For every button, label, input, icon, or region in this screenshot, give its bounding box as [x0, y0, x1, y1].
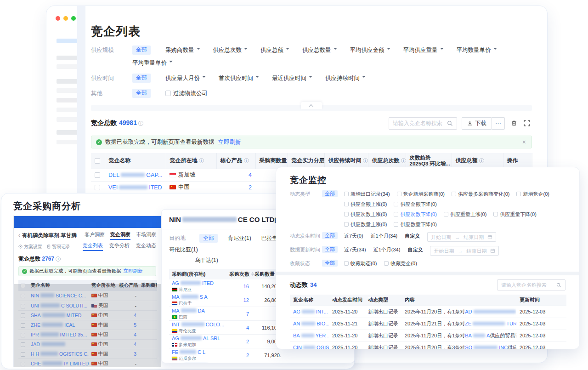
table-row[interactable]: NINSCIENCE C...中国- — [18, 291, 157, 301]
filter-dropdown[interactable]: 最近供应时间 — [272, 74, 312, 83]
select-all-checkbox[interactable] — [21, 284, 25, 288]
row-checkbox[interactable] — [21, 313, 25, 318]
filter-dropdown[interactable]: 平均供应金额 — [350, 46, 390, 55]
core-product-count[interactable]: 4 — [249, 172, 252, 178]
type-checkbox-active[interactable]: 供应次数下降(0) — [394, 211, 436, 218]
subtab-competitor-list[interactable]: 竞企列表 — [83, 242, 103, 251]
type-checkbox[interactable]: 供应金额下降(0) — [394, 200, 436, 208]
checkbox-icon[interactable] — [394, 212, 398, 216]
dest-option[interactable]: 哥伦比亚(1) — [169, 246, 198, 254]
filter-dropdown[interactable]: 供应总次数 — [213, 46, 248, 55]
select-all-checkbox[interactable] — [95, 158, 100, 164]
purchase-times[interactable]: 12 — [243, 297, 249, 303]
filter-all-chip[interactable]: 全部 — [322, 246, 338, 253]
table-row[interactable]: AGINT... 2025-11-20 新增出口记录 2025年11月20日，有… — [290, 306, 566, 318]
type-checkbox[interactable]: 供应重量下降(0) — [493, 211, 536, 218]
filter-dropdown[interactable]: 采购商数量 — [165, 46, 200, 55]
row-checkbox[interactable] — [21, 294, 25, 298]
sort-icon[interactable] — [251, 272, 254, 276]
filter-dropdown[interactable]: 供应最大月份 — [165, 74, 206, 83]
row-checkbox[interactable] — [21, 352, 25, 357]
core-product-count[interactable]: 3 — [134, 351, 136, 357]
core-product-count[interactable]: 5 — [134, 322, 136, 328]
checkbox-icon[interactable] — [344, 202, 349, 206]
table-row[interactable]: JAD中国4 — [18, 339, 157, 349]
start-date-placeholder[interactable]: 开始日期 — [434, 247, 454, 255]
table-row[interactable]: SHAMITED中国4 — [18, 310, 157, 320]
breadcrumb[interactable]: ‹有机磷类除草剂-草甘膦 — [18, 232, 77, 239]
company-name-link[interactable]: AGINT... — [293, 309, 328, 314]
fav-checkbox[interactable]: 收藏竞企(0) — [384, 260, 417, 267]
checkbox-icon[interactable] — [394, 202, 398, 206]
type-checkbox[interactable]: 供应数量下降(0) — [394, 221, 436, 228]
table-row[interactable]: NSAS LI...乌干达 2 18,648.00 18,648.00 61,4… — [169, 362, 348, 364]
fav-checkbox[interactable]: 收藏动态(0) — [344, 260, 377, 267]
type-checkbox[interactable]: 供应数量上涨(0) — [344, 221, 387, 228]
company-search[interactable] — [497, 279, 565, 290]
buyer-name-link[interactable]: FEC L — [172, 349, 224, 355]
end-date-placeholder[interactable]: 结束日期 — [466, 247, 486, 255]
row-checkbox[interactable] — [21, 333, 25, 337]
time-option[interactable]: 近7天(34) — [344, 246, 366, 253]
filter-dropdown[interactable]: 供应持续时间 — [325, 74, 366, 83]
time-option-custom[interactable]: 自定义 — [407, 246, 423, 253]
col-header[interactable]: 采购商数量 — [255, 153, 288, 169]
checkbox-icon[interactable] — [165, 91, 171, 96]
company-name-link[interactable]: NINSCIENCE C... — [31, 293, 86, 298]
filter-all-chip[interactable]: 全部 — [132, 46, 151, 55]
checkbox-icon[interactable] — [344, 222, 349, 227]
checkbox-icon[interactable] — [444, 212, 448, 216]
filter-dropdown[interactable]: 供应总数量 — [302, 46, 337, 55]
subtab-competitor-dynamics[interactable]: 竞企动态 — [136, 242, 156, 251]
calendar-icon[interactable] — [490, 248, 495, 253]
plan-settings-link[interactable]: 方案设置 — [18, 244, 42, 250]
company-name-link[interactable]: UNIC SOLUTI... — [31, 303, 87, 308]
end-date-placeholder[interactable]: 结束日期 — [464, 233, 484, 241]
download-button[interactable]: 下载 — [462, 117, 492, 130]
date-range-input[interactable]: 开始日期 → 结束日期 — [430, 246, 499, 256]
col-header[interactable]: 竞企实力分层 — [288, 153, 324, 169]
tab-market-insight[interactable]: 市场洞察 — [136, 231, 156, 240]
company-search[interactable] — [389, 117, 457, 130]
purchase-times[interactable]: 16 — [243, 284, 249, 289]
company-name-link[interactable]: SHAMITED — [31, 313, 81, 318]
filter-all-chip[interactable]: 全部 — [322, 232, 338, 239]
purchase-times[interactable]: 2 — [246, 353, 249, 358]
checkbox-icon[interactable] — [384, 261, 389, 266]
time-option[interactable]: 近1个月(34) — [371, 232, 398, 239]
time-option[interactable]: 近7天(0) — [344, 232, 363, 239]
subtab-competition-analysis[interactable]: 竞争分析 — [109, 242, 130, 251]
row-checkbox[interactable] — [21, 323, 25, 328]
date-range-input[interactable]: 开始日期 → 结束日期 — [427, 232, 496, 242]
search-icon[interactable] — [447, 120, 453, 126]
core-product-count[interactable]: 4 — [134, 342, 136, 347]
company-name-link[interactable]: ANBIO... — [293, 321, 329, 326]
time-option-custom[interactable]: 自定义 — [405, 232, 420, 239]
company-name-link[interactable]: DELGAP... — [108, 172, 163, 178]
filter-all-chip[interactable]: 全部 — [132, 74, 151, 83]
purchase-times[interactable]: 2 — [246, 339, 249, 344]
company-name-link[interactable]: BAYER ... — [293, 333, 329, 338]
more-actions-button[interactable]: ⋯ — [492, 117, 505, 130]
dest-option[interactable]: 乌干达(1) — [195, 257, 218, 263]
col-header[interactable]: 供应总额 — [452, 153, 503, 169]
filter-logistics-checkbox[interactable]: 过滤物流公司 — [165, 89, 208, 98]
delete-button[interactable] — [509, 118, 519, 128]
filter-all-chip[interactable]: 全部 — [322, 260, 338, 267]
close-icon[interactable]: × — [522, 138, 526, 146]
row-checkbox[interactable] — [21, 304, 25, 308]
company-name-link[interactable]: ZHEICAL — [31, 322, 75, 328]
buyer-name-link[interactable]: MAS A — [172, 294, 224, 300]
row-checkbox[interactable] — [21, 342, 25, 347]
table-row[interactable]: FEC L厄瓜多尔 2 71,920. — [169, 348, 348, 362]
checkbox-icon[interactable] — [344, 212, 349, 216]
table-row[interactable]: IPRIMITED 35...中国4 — [18, 330, 157, 339]
table-row[interactable]: UNIC SOLUTI...美国- — [18, 301, 157, 310]
filter-dropdown[interactable]: 首次供应时间 — [219, 74, 259, 83]
col-header[interactable]: 竞企名称 — [105, 153, 166, 169]
table-row[interactable]: ANBIO... 2025-11-21 新增出口记录 2025年11月21日，有… — [290, 318, 566, 330]
checkbox-icon[interactable] — [516, 192, 521, 196]
search-input[interactable] — [393, 120, 447, 126]
trade-records-link[interactable]: 贸易记录 — [47, 244, 70, 250]
refresh-now-link[interactable]: 立即刷新 — [124, 268, 143, 274]
